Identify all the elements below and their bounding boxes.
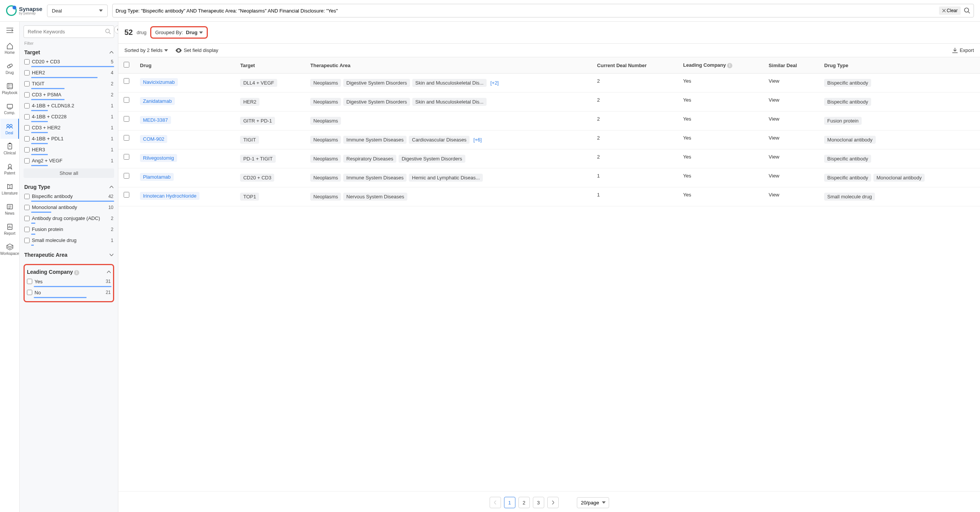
ta-tag[interactable]: Digestive System Disorders: [399, 155, 465, 163]
filter-item[interactable]: 4-1BB + CLDN18.21: [24, 102, 114, 110]
view-similar-link[interactable]: View: [769, 192, 780, 197]
filter-checkbox[interactable]: [24, 158, 30, 164]
filter-checkbox[interactable]: [27, 290, 32, 295]
drug-type-tag[interactable]: Bispecific antibody: [824, 79, 871, 87]
filter-checkbox[interactable]: [24, 81, 30, 86]
ta-tag[interactable]: Cardiovascular Diseases: [409, 136, 469, 144]
vnav-item-literature[interactable]: Literature: [0, 179, 19, 199]
filter-checkbox[interactable]: [24, 194, 30, 199]
sort-button[interactable]: Sorted by 2 fields: [124, 48, 168, 53]
vnav-item-news[interactable]: News: [0, 199, 19, 219]
ta-tag[interactable]: Neoplasms: [310, 98, 341, 106]
brand-logo[interactable]: Synapse by patsnap: [6, 5, 43, 16]
row-checkbox[interactable]: [124, 78, 129, 84]
ta-more-link[interactable]: [+2]: [489, 79, 500, 87]
vnav-item-comp[interactable]: Comp.: [0, 99, 19, 119]
vnav-item-patent[interactable]: Patent: [0, 159, 19, 179]
view-similar-link[interactable]: View: [769, 78, 780, 84]
drug-type-tag[interactable]: Monoclonal antibody: [873, 174, 924, 182]
drug-type-tag[interactable]: Bispecific antibody: [824, 174, 871, 182]
module-select[interactable]: Deal: [47, 5, 108, 17]
grouped-by-select[interactable]: Drug: [186, 30, 202, 35]
filter-item[interactable]: HER31: [24, 146, 114, 154]
drug-type-tag[interactable]: Bispecific antibody: [824, 98, 871, 106]
row-checkbox[interactable]: [124, 116, 129, 122]
row-checkbox[interactable]: [124, 135, 129, 141]
filter-checkbox[interactable]: [24, 125, 30, 130]
ta-tag[interactable]: Digestive System Disorders: [343, 98, 410, 106]
vnav-item-deal[interactable]: Deal: [0, 119, 19, 139]
row-checkbox[interactable]: [124, 154, 129, 160]
drug-type-tag[interactable]: Monoclonal antibody: [824, 136, 875, 144]
target-tag[interactable]: TOP1: [240, 192, 259, 200]
filter-item[interactable]: Fusion protein2: [24, 225, 114, 233]
filter-item[interactable]: Ang2 + VEGF1: [24, 157, 114, 165]
drug-link[interactable]: Irinotecan Hydrochloride: [140, 192, 199, 200]
filter-item[interactable]: Monoclonal antibody10: [24, 203, 114, 211]
target-tag[interactable]: PD-1 + TIGIT: [240, 155, 275, 163]
panel-collapse-handle[interactable]: [114, 25, 118, 34]
vnav-item-clinical[interactable]: Clinical: [0, 139, 19, 159]
target-tag[interactable]: GITR + PD-1: [240, 117, 275, 125]
filter-head-target[interactable]: Target: [24, 47, 114, 58]
search-icon[interactable]: [964, 7, 970, 14]
view-similar-link[interactable]: View: [769, 154, 780, 160]
ta-tag[interactable]: Skin and Musculoskeletal Dis...: [412, 98, 487, 106]
target-tag[interactable]: DLL4 + VEGF: [240, 79, 277, 87]
filter-item[interactable]: CD20 + CD35: [24, 58, 114, 65]
vnav-item-workspace[interactable]: Workspace: [0, 239, 19, 259]
filter-checkbox[interactable]: [24, 114, 30, 119]
ta-tag[interactable]: Nervous System Diseases: [343, 192, 407, 200]
ta-tag[interactable]: Neoplasms: [310, 136, 341, 144]
drug-link[interactable]: MEDI-3387: [140, 116, 171, 124]
filter-item[interactable]: CD3 + HER21: [24, 124, 114, 132]
filter-item[interactable]: No21: [26, 289, 111, 297]
filter-item[interactable]: TIGIT2: [24, 80, 114, 87]
page-button[interactable]: 1: [504, 497, 515, 508]
ta-tag[interactable]: Neoplasms: [310, 174, 341, 182]
filter-item[interactable]: Small molecule drug1: [24, 236, 114, 244]
drug-link[interactable]: COM-902: [140, 135, 167, 143]
ta-tag[interactable]: Immune System Diseases: [343, 174, 407, 182]
drug-type-tag[interactable]: Small molecule drug: [824, 192, 875, 200]
prev-page-button[interactable]: [490, 497, 501, 508]
filter-checkbox[interactable]: [24, 147, 30, 153]
drug-link[interactable]: Navicixizumab: [140, 78, 178, 86]
filter-item[interactable]: HER24: [24, 68, 114, 76]
refine-input[interactable]: [24, 25, 114, 38]
filter-item[interactable]: 4-1BB + CD2281: [24, 113, 114, 121]
view-similar-link[interactable]: View: [769, 173, 780, 179]
ta-tag[interactable]: Hemic and Lymphatic Diseas...: [409, 174, 483, 182]
drug-link[interactable]: Plamotamab: [140, 173, 174, 181]
ta-tag[interactable]: Respiratory Diseases: [343, 155, 396, 163]
filter-checkbox[interactable]: [24, 59, 30, 64]
view-similar-link[interactable]: View: [769, 116, 780, 122]
ta-tag[interactable]: Neoplasms: [310, 155, 341, 163]
ta-more-link[interactable]: [+6]: [472, 136, 483, 144]
view-similar-link[interactable]: View: [769, 135, 780, 141]
filter-item[interactable]: Yes31: [26, 278, 111, 286]
ta-tag[interactable]: Skin and Musculoskeletal Dis...: [412, 79, 487, 87]
filter-checkbox[interactable]: [24, 227, 30, 232]
target-tag[interactable]: HER2: [240, 98, 259, 106]
nav-toggle[interactable]: [0, 25, 19, 36]
select-all-checkbox[interactable]: [124, 62, 129, 67]
filter-head-drug-type[interactable]: Drug Type: [24, 182, 114, 192]
filter-item[interactable]: Bispecific antibody42: [24, 192, 114, 200]
ta-tag[interactable]: Neoplasms: [310, 79, 341, 87]
export-button[interactable]: Export: [952, 48, 974, 53]
drug-link[interactable]: Rilvegostomig: [140, 154, 177, 162]
filter-item[interactable]: CD3 + PSMA2: [24, 91, 114, 99]
ta-tag[interactable]: Neoplasms: [310, 117, 341, 125]
vnav-item-home[interactable]: Home: [0, 38, 19, 59]
row-checkbox[interactable]: [124, 173, 129, 179]
filter-head-leading-company[interactable]: Leading Companyi: [26, 267, 111, 278]
ta-tag[interactable]: Neoplasms: [310, 192, 341, 200]
filter-checkbox[interactable]: [24, 70, 30, 75]
filter-checkbox[interactable]: [24, 103, 30, 108]
filter-checkbox[interactable]: [24, 216, 30, 221]
filter-item[interactable]: Antibody drug conjugate (ADC)2: [24, 214, 114, 222]
target-tag[interactable]: CD20 + CD3: [240, 174, 274, 182]
vnav-item-drug[interactable]: Drug: [0, 59, 19, 78]
page-button[interactable]: 2: [519, 497, 530, 508]
